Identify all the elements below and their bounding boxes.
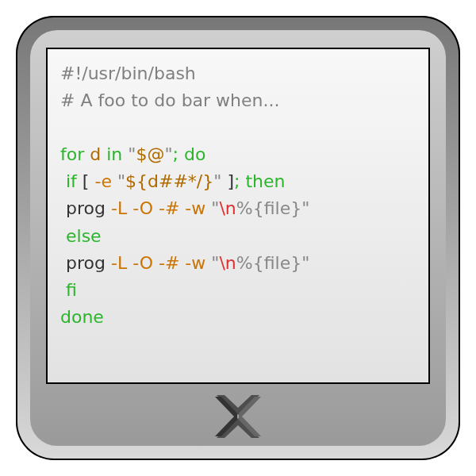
- monitor-frame: #!/usr/bin/bash # A foo to do bar when..…: [16, 16, 460, 460]
- str-rest: %{file}: [236, 253, 301, 273]
- quote: ": [213, 171, 221, 191]
- cmd-prog: prog: [60, 198, 106, 218]
- test-close: ]: [221, 171, 234, 191]
- code-block: #!/usr/bin/bash # A foo to do bar when..…: [60, 60, 416, 331]
- var-d: d: [90, 144, 101, 164]
- sp: [112, 171, 117, 191]
- x-logo-icon: [210, 393, 266, 440]
- var-args: $@: [136, 144, 164, 164]
- flags: -L -O -# -w: [106, 198, 211, 218]
- escape-n: \n: [219, 198, 236, 218]
- kw-then: ; then: [234, 171, 285, 191]
- quote: ": [128, 144, 136, 164]
- cmd-prog: prog: [60, 253, 106, 273]
- quote: ": [164, 144, 172, 164]
- quote: ": [301, 198, 309, 218]
- quote: ": [211, 253, 219, 273]
- kw-for: for: [60, 144, 84, 164]
- kw-else: else: [60, 226, 102, 246]
- kw-done: done: [60, 307, 104, 327]
- kw-in: in: [106, 144, 122, 164]
- test-open: [: [77, 171, 95, 191]
- quote: ": [117, 171, 125, 191]
- kw-fi: fi: [60, 280, 77, 300]
- quote: ": [301, 253, 309, 273]
- kw-do: ; do: [173, 144, 206, 164]
- terminal-screen: #!/usr/bin/bash # A foo to do bar when..…: [46, 48, 430, 384]
- flag-e: -e: [94, 171, 111, 191]
- quote: ": [211, 198, 219, 218]
- param-expand: ${d##*/}: [125, 171, 213, 191]
- comment-line: # A foo to do bar when...: [60, 90, 280, 110]
- escape-n: \n: [219, 253, 236, 273]
- shebang-line: #!/usr/bin/bash: [60, 63, 196, 83]
- kw-if: if: [60, 171, 77, 191]
- str-rest: %{file}: [236, 198, 301, 218]
- flags: -L -O -# -w: [106, 253, 211, 273]
